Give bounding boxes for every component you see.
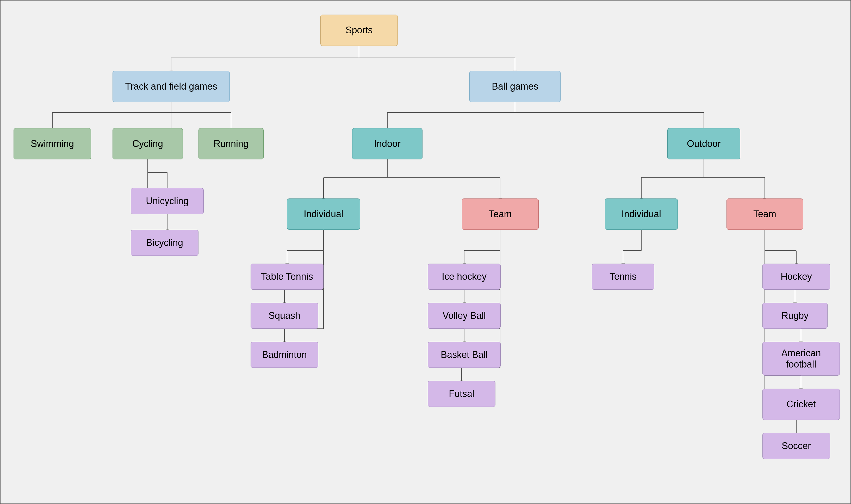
node-tennis: Tennis [592, 264, 654, 290]
node-outdoor-team: Team [726, 198, 803, 230]
node-indoor: Indoor [352, 128, 422, 159]
node-outdoor-individual: Individual [605, 198, 678, 230]
node-swimming: Swimming [14, 128, 91, 159]
node-hockey: Hockey [762, 264, 830, 290]
node-ball: Ball games [469, 71, 561, 102]
node-indoor-individual: Individual [287, 198, 360, 230]
node-cycling: Cycling [112, 128, 183, 159]
node-futsal: Futsal [428, 381, 495, 407]
node-indoor-team: Team [462, 198, 539, 230]
node-squash: Squash [251, 303, 318, 329]
node-bicycling: Bicycling [131, 230, 199, 256]
node-cricket: Cricket [762, 389, 840, 420]
node-badminton: Badminton [251, 342, 318, 368]
node-soccer: Soccer [762, 433, 830, 459]
node-icehockey: Ice hockey [428, 264, 501, 290]
node-volleyball: Volley Ball [428, 303, 501, 329]
node-sports: Sports [320, 15, 398, 46]
node-tabletennis: Table Tennis [251, 264, 324, 290]
node-basketball: Basket Ball [428, 342, 501, 368]
node-running: Running [199, 128, 264, 159]
node-unicycling: Unicycling [131, 188, 204, 214]
diagram: Sports Track and field games Ball games … [0, 0, 851, 504]
node-rugby: Rugby [762, 303, 828, 329]
node-amfootball: American football [762, 342, 840, 376]
node-track: Track and field games [112, 71, 230, 102]
node-outdoor: Outdoor [667, 128, 740, 159]
